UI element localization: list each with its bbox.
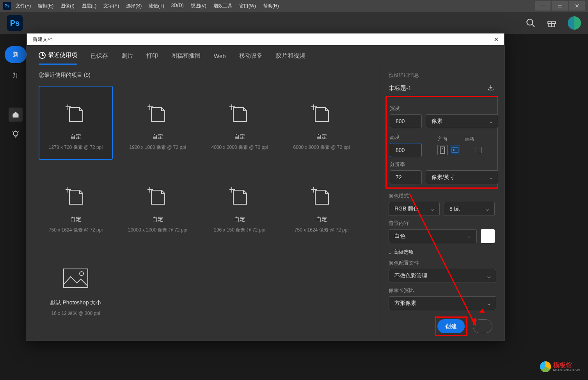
bit-depth-select[interactable]: 8 bit⌵ (444, 202, 495, 216)
menu-filter[interactable]: 滤镜(T) (149, 3, 164, 9)
svg-rect-27 (64, 269, 88, 288)
menu-select[interactable]: 选择(S) (126, 3, 142, 9)
width-label: 宽度 (390, 105, 494, 112)
document-icon (147, 103, 169, 125)
preset-subtitle: 1920 x 1080 像素 @ 72 ppi (130, 144, 186, 151)
chevron-down-icon: ⌵ (389, 249, 392, 255)
height-input[interactable] (390, 143, 422, 157)
tab-mobile[interactable]: 移动设备 (239, 52, 263, 64)
preset-subtitle: 4000 x 2000 像素 @ 72 ppi (211, 144, 268, 151)
tab-film[interactable]: 胶片和视频 (276, 52, 305, 64)
new-document-button[interactable]: 新 (5, 46, 27, 63)
avatar[interactable] (568, 16, 581, 30)
pixel-aspect-select[interactable]: 方形像素⌵ (389, 296, 496, 310)
learn-icon[interactable] (12, 130, 20, 141)
color-profile-label: 颜色配置文件 (389, 260, 495, 267)
menu-image[interactable]: 图像(I) (60, 3, 74, 9)
tab-art[interactable]: 图稿和插图 (171, 52, 201, 64)
preset-title: 自定 (70, 216, 81, 223)
document-icon (65, 103, 87, 125)
preset-card[interactable]: 自定1278 x 720 像素 @ 72 ppi (39, 86, 113, 160)
preset-subtitle: 20000 x 2000 像素 @ 72 ppi (128, 227, 187, 233)
dimensions-highlight: 宽度 像素⌵ 高度 方向画板 (385, 96, 498, 189)
document-name[interactable]: 未标题-1 (389, 85, 411, 92)
maximize-button[interactable]: ▭ (552, 1, 568, 11)
artboard-checkbox[interactable] (476, 147, 482, 153)
menu-file[interactable]: 文件(F) (16, 3, 31, 9)
document-icon (229, 103, 250, 125)
menu-window[interactable]: 窗口(W) (239, 3, 256, 9)
watermark-icon (540, 361, 551, 372)
cancel-button[interactable] (473, 319, 492, 333)
preset-title: 自定 (316, 216, 327, 223)
document-icon (311, 186, 332, 207)
menu-edit[interactable]: 编辑(E) (38, 3, 53, 9)
preset-subtitle: 1278 x 720 像素 @ 72 ppi (49, 144, 103, 151)
menu-bar: 文件(F) 编辑(E) 图像(I) 图层(L) 文字(Y) 选择(S) 滤镜(T… (16, 3, 279, 9)
color-mode-label: 颜色模式 (389, 193, 495, 200)
orientation-label: 方向 (437, 136, 448, 143)
height-label: 高度 (390, 134, 422, 141)
tab-web[interactable]: Web (214, 53, 226, 64)
preset-subtitle: 750 x 1624 像素 @ 72 ppi (295, 227, 348, 233)
annotation-triangle-icon (480, 309, 485, 313)
background-select[interactable]: 白色⌵ (389, 229, 477, 243)
dialog-title: 新建文档 (32, 36, 53, 43)
orientation-portrait-button[interactable] (437, 145, 448, 155)
ps-logo-small: Ps (3, 2, 11, 10)
background-swatch[interactable] (481, 229, 495, 243)
open-label[interactable]: 打 (13, 72, 18, 79)
advanced-toggle[interactable]: ⌵高级选项 (389, 249, 495, 256)
preset-subtitle: 750 x 1624 像素 @ 72 ppi (49, 227, 103, 233)
minimize-button[interactable]: ─ (535, 1, 551, 11)
preset-card[interactable]: 默认 Photoshop 大小16 x 12 厘米 @ 300 ppi (39, 251, 113, 325)
tab-recent[interactable]: 最近使用项 (39, 51, 77, 65)
tab-saved[interactable]: 已保存 (91, 52, 108, 64)
preset-subtitle: 6000 x 8000 像素 @ 72 ppi (293, 144, 350, 151)
preset-subtitle: 296 x 150 像素 @ 72 ppi (214, 227, 265, 233)
artboard-label: 画板 (465, 136, 475, 143)
download-icon[interactable] (487, 84, 495, 92)
preset-card[interactable]: 自定750 x 1624 像素 @ 72 ppi (39, 168, 113, 242)
close-icon[interactable]: ✕ (494, 36, 499, 43)
width-input[interactable] (390, 114, 422, 128)
preset-card[interactable]: 自定750 x 1624 像素 @ 72 ppi (284, 168, 359, 242)
preset-card[interactable]: 自定20000 x 2000 像素 @ 72 ppi (121, 168, 195, 242)
preset-title: 自定 (234, 133, 245, 140)
search-icon[interactable] (526, 18, 536, 28)
ps-logo: Ps (7, 15, 23, 31)
document-icon (311, 103, 332, 125)
tab-print[interactable]: 打印 (146, 52, 158, 64)
menu-plugin[interactable]: 增效工具 (213, 3, 232, 9)
resolution-input[interactable] (390, 170, 422, 184)
clock-icon (39, 52, 46, 59)
menu-3d[interactable]: 3D(D) (171, 3, 184, 9)
orientation-landscape-button[interactable] (450, 145, 460, 155)
width-unit-select[interactable]: 像素⌵ (426, 114, 498, 128)
chevron-down-icon: ⌵ (487, 300, 490, 306)
svg-point-32 (453, 149, 455, 151)
color-mode-select[interactable]: RGB 颜色⌵ (389, 202, 440, 216)
tab-photo[interactable]: 照片 (121, 52, 133, 64)
chevron-down-icon: ⌵ (486, 206, 489, 212)
create-button[interactable]: 创建 (437, 319, 465, 333)
resolution-unit-select[interactable]: 像素/英寸⌵ (426, 170, 498, 184)
svg-line-1 (532, 24, 535, 27)
menu-view[interactable]: 视图(V) (191, 3, 206, 9)
chevron-down-icon: ⌵ (431, 206, 434, 212)
close-button[interactable]: ✕ (569, 1, 585, 11)
preset-card[interactable]: 自定6000 x 8000 像素 @ 72 ppi (284, 86, 359, 160)
chevron-down-icon: ⌵ (489, 118, 492, 124)
menu-help[interactable]: 帮助(H) (263, 3, 279, 9)
color-profile-select[interactable]: 不做色彩管理⌵ (389, 269, 496, 283)
preset-card[interactable]: 自定296 x 150 像素 @ 72 ppi (203, 168, 277, 242)
preset-title: 自定 (234, 216, 245, 223)
gift-icon[interactable] (547, 18, 557, 28)
new-document-dialog: 新建文档 ✕ 最近使用项 已保存 照片 打印 图稿和插图 Web 移动设备 胶片… (27, 33, 505, 341)
menu-type[interactable]: 文字(Y) (103, 3, 119, 9)
menu-layer[interactable]: 图层(L) (82, 3, 97, 9)
preset-card[interactable]: 自定4000 x 2000 像素 @ 72 ppi (203, 86, 277, 160)
preset-card[interactable]: 自定1920 x 1080 像素 @ 72 ppi (121, 86, 195, 160)
home-icon[interactable] (9, 108, 23, 122)
svg-point-5 (13, 131, 18, 136)
